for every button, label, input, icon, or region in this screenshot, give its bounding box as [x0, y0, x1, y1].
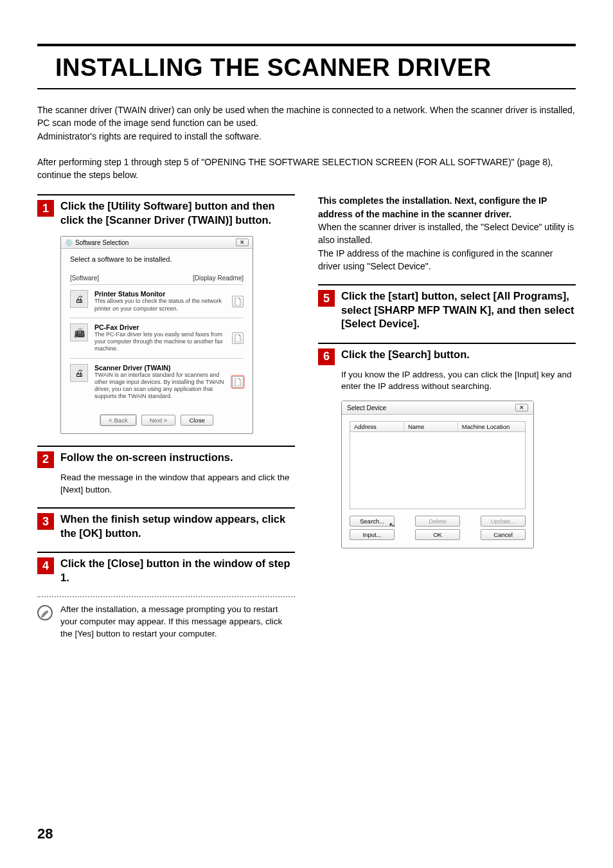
step-1-title: Click the [Utility Software] button and … [60, 199, 295, 227]
dialog-instruction: Select a software to be installed. [70, 255, 244, 263]
step-number-badge: 4 [37, 557, 54, 574]
right-column: This completes the installation. Next, c… [318, 194, 576, 640]
step-number-badge: 6 [318, 348, 335, 365]
software-item-desc: The PC-Fax driver lets you easily send f… [94, 331, 226, 353]
device-list[interactable] [350, 432, 526, 509]
software-item-scanner-driver-twain[interactable]: Scanner Driver (TWAIN) TWAIN is an inter… [70, 358, 244, 406]
header-machine-location[interactable]: Machine Location [458, 422, 525, 431]
right-intro-block: This completes the installation. Next, c… [318, 194, 576, 273]
step-2-body: Read the message in the window that appe… [60, 472, 295, 496]
software-item-title: Printer Status Monitor [94, 290, 226, 298]
readme-button[interactable] [232, 296, 244, 307]
step-3-title: When the finish setup window appears, cl… [60, 512, 295, 540]
input-button[interactable]: Input... [350, 529, 395, 540]
top-horizontal-rule [37, 44, 576, 46]
step-rule [37, 194, 295, 195]
step-number-badge: 3 [37, 513, 54, 530]
software-selection-dialog: 💿 Software Selection ✕ Select a software… [60, 236, 253, 433]
select-device-dialog: Select Device ✕ Address Name Machine Loc… [341, 401, 534, 548]
note-text: After the installation, a message prompt… [60, 604, 295, 640]
step-4-title: Click the [Close] button in the window o… [60, 557, 295, 584]
step-2-title: Follow the on-screen instructions. [60, 451, 233, 464]
close-button[interactable]: Close [181, 415, 213, 426]
cancel-button[interactable]: Cancel [481, 529, 526, 540]
search-button[interactable]: Search... ↖ [350, 516, 395, 527]
window-icon: 💿 [65, 239, 73, 246]
left-column: 1 Click the [Utility Software] button an… [37, 194, 295, 640]
step-rule [37, 552, 295, 553]
right-intro-line3: The IP address of the machine is configu… [318, 248, 553, 271]
step-number-badge: 1 [37, 200, 54, 217]
step-rule [37, 507, 295, 509]
printer-icon [70, 290, 88, 308]
readme-button[interactable] [232, 332, 244, 344]
update-button[interactable]: Update... [481, 516, 526, 527]
step-1: 1 Click the [Utility Software] button an… [37, 194, 295, 433]
header-address[interactable]: Address [350, 422, 404, 431]
step-3: 3 When the finish setup window appears, … [37, 507, 295, 540]
close-icon[interactable]: ✕ [515, 404, 528, 411]
close-icon[interactable]: ✕ [236, 239, 249, 246]
step-4: 4 Click the [Close] button in the window… [37, 552, 295, 584]
label-software: [Software] [70, 275, 99, 282]
readme-button[interactable] [232, 376, 244, 388]
delete-button[interactable]: Delete [415, 516, 460, 527]
software-item-pc-fax-driver[interactable]: PC-Fax Driver The PC-Fax driver lets you… [70, 318, 244, 358]
step-2: 2 Follow the on-screen instructions. Rea… [37, 446, 295, 496]
dialog-title: Software Selection [75, 239, 129, 246]
page-title: INSTALLING THE SCANNER DRIVER [55, 54, 576, 82]
pencil-note-icon [37, 605, 53, 620]
software-item-printer-status-monitor[interactable]: Printer Status Monitor This allows you t… [70, 284, 244, 318]
step-number-badge: 5 [318, 290, 335, 307]
dialog-titlebar: Select Device ✕ [342, 401, 533, 415]
step-rule [318, 284, 576, 285]
page-number: 28 [37, 826, 53, 842]
step-6-body: If you know the IP address, you can clic… [341, 369, 576, 393]
step-6: 6 Click the [Search] button. If you know… [318, 343, 576, 549]
scanner-icon [70, 364, 88, 382]
step-rule [318, 343, 576, 344]
ok-button[interactable]: OK [415, 529, 460, 540]
dialog-title: Select Device [347, 404, 386, 411]
right-intro-bold: This completes the installation. Next, c… [318, 195, 547, 219]
device-list-headers: Address Name Machine Location [350, 421, 526, 432]
step-number-badge: 2 [37, 451, 54, 468]
intro-paragraph-1: The scanner driver (TWAIN driver) can on… [37, 104, 576, 143]
label-display-readme: [Display Readme] [193, 275, 244, 282]
next-button[interactable]: Next > [141, 415, 176, 426]
header-name[interactable]: Name [404, 422, 458, 431]
step-6-title: Click the [Search] button. [341, 348, 470, 361]
software-item-desc: TWAIN is an interface standard for scann… [94, 372, 226, 401]
restart-note: After the installation, a message prompt… [37, 604, 295, 640]
right-intro-line2: When the scanner driver is installed, th… [318, 222, 574, 245]
back-button[interactable]: < Back [100, 415, 136, 426]
intro-paragraph-2: After performing step 1 through step 5 o… [37, 156, 576, 182]
step-rule [37, 446, 295, 447]
dialog-titlebar: 💿 Software Selection ✕ [61, 237, 253, 249]
fax-icon [70, 323, 88, 341]
software-item-title: Scanner Driver (TWAIN) [94, 364, 226, 372]
title-underline [37, 88, 576, 89]
software-item-title: PC-Fax Driver [94, 323, 226, 331]
dotted-separator [37, 596, 295, 597]
software-item-desc: This allows you to check the status of t… [94, 298, 226, 312]
step-5: 5 Click the [start] button, select [All … [318, 284, 576, 330]
step-5-title: Click the [start] button, select [All Pr… [341, 289, 576, 330]
